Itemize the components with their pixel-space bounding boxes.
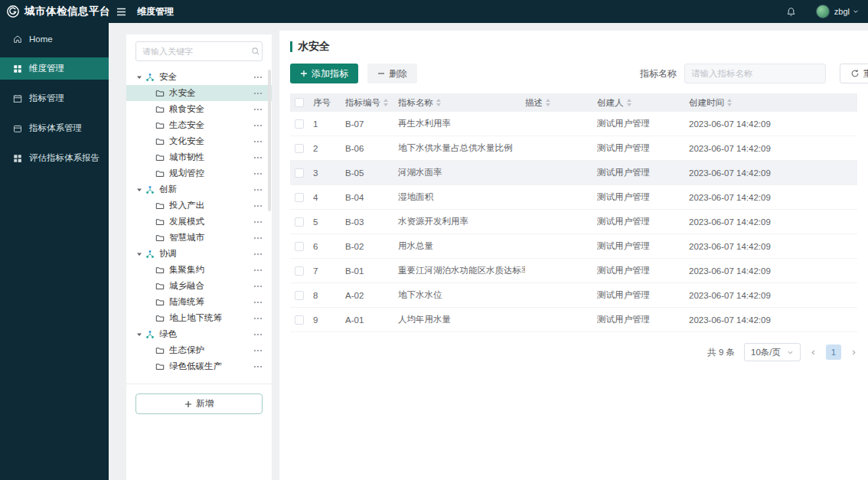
more-actions-icon[interactable] (253, 124, 263, 127)
page-number-button[interactable]: 1 (826, 344, 841, 360)
row-checkbox[interactable] (295, 119, 304, 129)
more-actions-icon[interactable] (253, 333, 263, 336)
more-actions-icon[interactable] (253, 76, 263, 79)
sort-icon[interactable] (727, 99, 732, 106)
row-checkbox[interactable] (295, 266, 304, 276)
tree-child-node[interactable]: 投入产出 (126, 198, 272, 214)
tree-child-node[interactable]: 智慧城市 (126, 230, 272, 246)
tree-child-node[interactable]: 生态安全 (126, 117, 272, 133)
table-row[interactable]: 2B-06地下水供水量占总供水量比例测试用户管理2023-06-07 14:42… (290, 136, 857, 161)
tree-child-node[interactable]: 陆海统筹 (126, 294, 272, 310)
row-checkbox[interactable] (295, 315, 304, 325)
table-row[interactable]: 7B-01重要江河湖泊水功能区水质达标率测试用户管理2023-06-07 14:… (290, 259, 857, 283)
filter-label: 指标名称 (640, 67, 677, 80)
caret-down-icon[interactable] (136, 331, 145, 338)
tree-group-label: 绿色 (159, 328, 253, 340)
tree-child-node[interactable]: 水安全 (126, 85, 272, 101)
tree-group-node[interactable]: 协调 (126, 246, 272, 262)
sort-icon[interactable] (546, 99, 550, 106)
app-title: 城市体检信息平台 (24, 5, 110, 18)
row-checkbox[interactable] (295, 168, 304, 178)
more-actions-icon[interactable] (253, 92, 263, 95)
user-avatar[interactable] (816, 5, 830, 18)
reset-button[interactable]: 重置 (840, 64, 868, 83)
table-row[interactable]: 4B-04湿地面积测试用户管理2023-06-07 14:42:09 (290, 185, 857, 210)
row-checkbox-cell (290, 266, 313, 276)
tree-child-node[interactable]: 规划管控 (126, 165, 272, 181)
select-all-checkbox[interactable] (295, 98, 304, 107)
caret-down-icon[interactable] (136, 251, 145, 257)
tree-group-node[interactable]: 绿色 (126, 326, 272, 342)
sidebar-item-1[interactable]: 维度管理 (0, 57, 109, 80)
tree-child-node[interactable]: 粮食安全 (126, 101, 272, 117)
tree-group-node[interactable]: 安全 (126, 69, 272, 85)
tree-search-input[interactable] (142, 47, 251, 56)
tree-child-node[interactable]: 绿色低碳生产 (126, 358, 272, 374)
tree-child-node[interactable]: 文化安全 (126, 133, 272, 149)
more-actions-icon[interactable] (253, 253, 263, 256)
plus-icon (300, 70, 308, 77)
more-actions-icon[interactable] (253, 140, 263, 143)
row-checkbox[interactable] (295, 144, 304, 153)
table-row[interactable]: 5B-03水资源开发利用率测试用户管理2023-06-07 14:42:09 (290, 210, 857, 234)
table-row[interactable]: 1B-07再生水利用率测试用户管理2023-06-07 14:42:09 (290, 112, 857, 136)
tree-child-node[interactable]: 城市韧性 (126, 149, 272, 165)
tree-child-node[interactable]: 发展模式 (126, 214, 272, 230)
more-actions-icon[interactable] (253, 220, 263, 224)
user-menu[interactable]: zbgl (834, 7, 859, 16)
cell-no: 8 (313, 291, 345, 300)
cell-name: 用水总量 (398, 240, 525, 252)
hamburger-menu-icon[interactable] (116, 8, 126, 16)
sidebar-item-2[interactable]: 指标管理 (0, 87, 109, 109)
more-actions-icon[interactable] (253, 301, 263, 304)
page-size-select[interactable]: 10条/页 (744, 343, 801, 361)
row-checkbox[interactable] (295, 242, 304, 251)
more-actions-icon[interactable] (253, 204, 263, 207)
cell-name: 地下水水位 (398, 289, 525, 301)
more-actions-icon[interactable] (253, 285, 263, 288)
more-actions-icon[interactable] (253, 172, 263, 175)
sidebar-item-3[interactable]: 指标体系管理 (0, 117, 109, 139)
caret-down-icon[interactable] (136, 187, 145, 193)
sidebar-item-4[interactable]: 评估指标体系报告 (0, 147, 109, 169)
more-actions-icon[interactable] (253, 317, 263, 320)
folder-icon (155, 314, 165, 323)
tree-child-node[interactable]: 城乡融合 (126, 278, 272, 294)
table-row[interactable]: 9A-01人均年用水量测试用户管理2023-06-07 14:42:09 (290, 308, 857, 332)
tree-child-node[interactable]: 集聚集约 (126, 262, 272, 278)
tree-child-node[interactable]: 地上地下统筹 (126, 310, 272, 326)
more-actions-icon[interactable] (253, 365, 263, 368)
more-actions-icon[interactable] (253, 156, 263, 159)
caret-down-icon[interactable] (136, 74, 145, 80)
sort-icon[interactable] (436, 99, 441, 106)
indicator-name-input[interactable] (684, 64, 826, 83)
more-actions-icon[interactable] (253, 188, 263, 191)
cell-code: B-04 (345, 193, 398, 202)
row-checkbox[interactable] (295, 217, 304, 227)
tree-scrollbar[interactable] (268, 70, 271, 211)
add-dimension-button[interactable]: 新增 (135, 393, 263, 414)
sort-icon[interactable] (383, 99, 388, 106)
more-actions-icon[interactable] (253, 237, 263, 240)
table-row[interactable]: 8A-02地下水水位测试用户管理2023-06-07 14:42:09 (290, 283, 857, 308)
prev-page-button[interactable] (810, 349, 817, 356)
sidebar-item-label: 指标体系管理 (29, 122, 82, 134)
delete-button[interactable]: 删除 (367, 64, 417, 83)
more-actions-icon[interactable] (253, 349, 263, 352)
row-checkbox[interactable] (295, 193, 304, 202)
more-actions-icon[interactable] (253, 269, 263, 272)
search-icon[interactable] (251, 47, 260, 56)
next-page-button[interactable] (850, 349, 857, 356)
add-indicator-button[interactable]: 添加指标 (290, 64, 358, 83)
cell-created: 2023-06-07 14:42:09 (689, 168, 857, 178)
sidebar-item-home[interactable]: Home (0, 28, 109, 50)
tree-group-node[interactable]: 创新 (126, 181, 272, 198)
table-row[interactable]: 6B-02用水总量测试用户管理2023-06-07 14:42:09 (290, 234, 857, 259)
tree-child-node[interactable]: 生态保护 (126, 342, 272, 358)
more-actions-icon[interactable] (253, 108, 263, 111)
sort-icon[interactable] (627, 99, 631, 106)
section-title: 水安全 (298, 40, 330, 54)
table-row[interactable]: 3B-05河湖水面率测试用户管理2023-06-07 14:42:09 (290, 161, 857, 185)
notification-bell-icon[interactable] (786, 7, 796, 17)
row-checkbox[interactable] (295, 291, 304, 300)
